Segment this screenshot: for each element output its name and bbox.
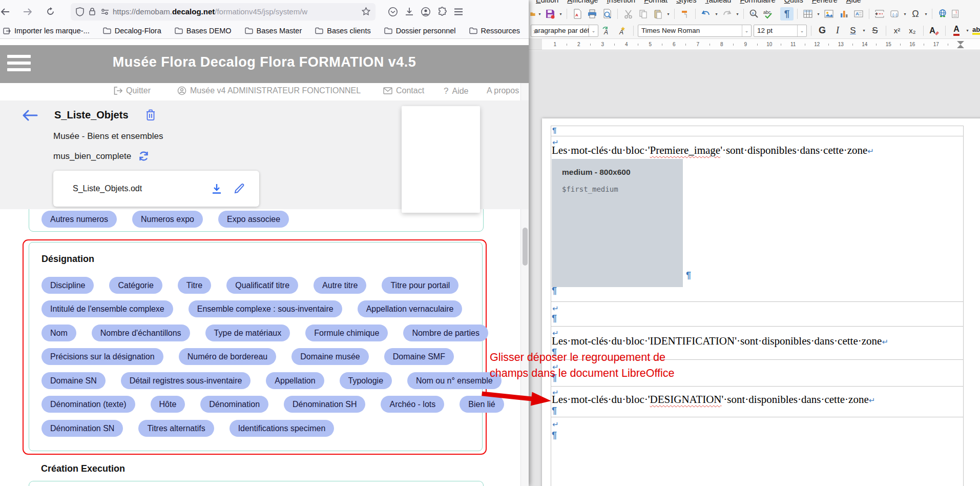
insert-image-button[interactable]: [822, 7, 836, 21]
downloads-icon[interactable]: [405, 7, 414, 17]
special-character-button[interactable]: Ω: [909, 7, 922, 21]
menu-item[interactable]: Édition: [536, 0, 558, 4]
field-chip[interactable]: Autres numeros: [41, 211, 117, 228]
font-color-button[interactable]: A: [950, 24, 963, 37]
clear-formatting-button[interactable]: A: [928, 24, 941, 37]
url-bar[interactable]: https://demobam.decalog.net/formationv45…: [71, 3, 376, 21]
strikethrough-button[interactable]: S: [868, 24, 882, 37]
menu-item[interactable]: Tableau: [705, 0, 732, 4]
doc-line-premiere-image[interactable]: Les·mot-clés·du·bloc·'Premiere_image'·so…: [552, 144, 874, 157]
bookmark-folder[interactable]: Bases Master: [245, 27, 302, 35]
bookmark-folder[interactable]: Bases clients: [315, 27, 370, 35]
scrollbar-thumb[interactable]: [523, 228, 528, 266]
permissions-icon[interactable]: [100, 8, 110, 15]
field-chip[interactable]: Précisions sur la désignation: [41, 348, 163, 365]
field-chip[interactable]: Expo associee: [218, 211, 289, 228]
doc-line-identification[interactable]: Les·mot-clés·du·bloc·'IDENTIFICATION'·so…: [552, 335, 888, 348]
right-indent-marker[interactable]: [957, 41, 964, 45]
template-file-card[interactable]: S_Liste_Objets.odt: [53, 171, 259, 207]
field-chip[interactable]: Qualificatif titre: [226, 277, 298, 294]
field-chip[interactable]: Catégorie: [109, 277, 162, 294]
superscript-button[interactable]: x²: [890, 24, 904, 37]
field-chip[interactable]: Titres alternatifs: [138, 420, 214, 437]
field-chip[interactable]: Autre titre: [314, 277, 366, 294]
aide-menu[interactable]: ? Aide: [444, 86, 469, 96]
field-chip[interactable]: Nombre d'échantillons: [92, 325, 190, 341]
field-chip[interactable]: Dénomination SH: [284, 396, 365, 413]
field-chip[interactable]: Numéro de bordereau: [179, 348, 277, 365]
menu-item[interactable]: Formulaire: [740, 0, 775, 4]
font-size-combo[interactable]: 12 pt⌄: [754, 25, 807, 37]
update-style-icon[interactable]: A: [600, 24, 614, 37]
print-preview-button[interactable]: [600, 7, 614, 21]
reload-icon[interactable]: [42, 4, 58, 20]
font-name-combo[interactable]: Times New Roman⌄: [638, 25, 752, 37]
field-chip[interactable]: Numeros expo: [132, 211, 203, 228]
refresh-icon[interactable]: [138, 151, 149, 161]
extensions-icon[interactable]: [437, 7, 447, 16]
edit-pencil-icon[interactable]: [234, 183, 245, 194]
menu-item[interactable]: Affichage: [567, 0, 598, 4]
field-chip[interactable]: Dénomination (texte): [41, 396, 135, 413]
spellcheck-button[interactable]: abc: [762, 7, 779, 21]
insert-page-break-button[interactable]: [873, 7, 886, 21]
field-chip[interactable]: Nombre de parties: [403, 325, 488, 341]
lock-icon[interactable]: [89, 7, 96, 16]
clone-formatting-button[interactable]: [678, 7, 692, 21]
field-chip[interactable]: Formule chimique: [305, 325, 388, 341]
export-pdf-button[interactable]: A: [571, 7, 584, 21]
open-button[interactable]: [530, 7, 536, 21]
bookmark-folder[interactable]: Bases DEMO: [175, 27, 232, 35]
apropos-menu[interactable]: A propos: [487, 86, 519, 95]
menu-item[interactable]: Fenêtre: [812, 0, 838, 4]
highlight-color-button[interactable]: ab: [972, 24, 980, 37]
bookmark-import[interactable]: Importer les marque-...: [3, 27, 90, 35]
subscript-button[interactable]: x₂: [906, 24, 919, 37]
field-chip[interactable]: Dénomination: [200, 396, 268, 413]
cut-button[interactable]: [621, 7, 635, 21]
undo-button[interactable]: [699, 7, 713, 21]
field-chip[interactable]: Dénomination SN: [41, 420, 123, 437]
field-chip[interactable]: Intitulé de l'ensemble complexe: [41, 300, 173, 317]
url-text[interactable]: https://demobam.decalog.net/formationv45…: [113, 7, 362, 16]
horizontal-ruler[interactable]: 1234567891011121314151617: [529, 39, 980, 50]
formatting-marks-button[interactable]: ¶: [780, 7, 794, 21]
field-chip[interactable]: Type de matériaux: [205, 325, 290, 341]
field-chip[interactable]: Domaine SN: [41, 372, 106, 389]
insert-textbox-button[interactable]: A: [852, 7, 865, 21]
paragraph-style-combo[interactable]: aragraphe par déf⌄: [531, 25, 598, 37]
delete-icon[interactable]: [145, 109, 156, 121]
underline-button[interactable]: S: [846, 24, 860, 37]
menu-item[interactable]: Format: [644, 0, 668, 4]
field-chip[interactable]: Domaine SMF: [384, 348, 454, 365]
field-chip[interactable]: Domaine musée: [291, 348, 369, 365]
pocket-icon[interactable]: [388, 7, 398, 17]
user-menu[interactable]: Musée v4 ADMINISTRATEUR FONCTIONNEL: [177, 86, 361, 95]
bookmark-folder[interactable]: Ressources: [469, 27, 520, 35]
bold-button[interactable]: G: [816, 24, 829, 37]
insert-footnote-button[interactable]: 1: [951, 7, 960, 21]
shield-icon[interactable]: [76, 7, 84, 16]
account-icon[interactable]: [421, 7, 431, 17]
menu-item[interactable]: Styles: [676, 0, 697, 4]
save-button[interactable]: [544, 7, 557, 21]
field-chip[interactable]: Appellation: [266, 372, 324, 389]
back-nav-icon[interactable]: [0, 4, 13, 20]
copy-button[interactable]: [636, 7, 650, 21]
field-chip[interactable]: Discipline: [41, 277, 94, 294]
print-button[interactable]: [586, 7, 599, 21]
contact-menu[interactable]: Contact: [383, 86, 424, 95]
field-chip[interactable]: Ensemble complexe : sous-inventaire: [189, 300, 342, 317]
field-chip[interactable]: Archéo - lots: [381, 396, 444, 413]
insert-field-button[interactable]: {–}: [888, 7, 901, 21]
quitter-button[interactable]: Quitter: [114, 86, 151, 95]
doc-line-designation[interactable]: Les·mot-clés·du·bloc·'DESIGNATION'·sont·…: [552, 393, 875, 406]
bookmarks-overflow-chevron[interactable]: »: [533, 27, 537, 35]
download-icon[interactable]: [211, 183, 222, 195]
back-arrow-icon[interactable]: [23, 110, 38, 121]
italic-button[interactable]: I: [831, 24, 844, 37]
document-canvas[interactable]: ¶ ↵ Les·mot-clés·du·bloc·'Premiere_image…: [529, 51, 980, 486]
field-chip[interactable]: Typologie: [340, 372, 392, 389]
field-chip[interactable]: Titre pour portail: [382, 277, 458, 294]
insert-table-button[interactable]: [801, 7, 815, 21]
